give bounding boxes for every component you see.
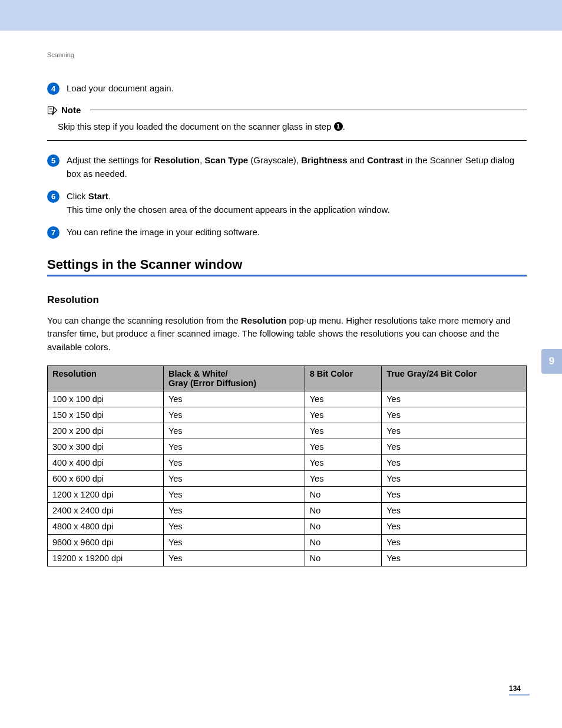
table-cell: Yes	[163, 487, 305, 503]
step-text: Load your document again.	[67, 82, 527, 95]
top-bar	[0, 0, 562, 31]
table-row: 300 x 300 dpiYesYesYes	[48, 439, 527, 455]
table-row: 1200 x 1200 dpiYesNoYes	[48, 487, 527, 503]
table-row: 200 x 200 dpiYesYesYes	[48, 423, 527, 439]
table-header-cell: Black & White/Gray (Error Diffusion)	[163, 366, 305, 391]
table-cell: 300 x 300 dpi	[48, 439, 164, 455]
table-cell: Yes	[163, 423, 305, 439]
note-body: Skip this step if you loaded the documen…	[47, 116, 527, 141]
step-6: 6 Click Start.This time only the chosen …	[47, 190, 527, 216]
table-cell: Yes	[163, 535, 305, 551]
table-cell: No	[305, 535, 381, 551]
table-cell: Yes	[382, 471, 527, 487]
table-cell: 4800 x 4800 dpi	[48, 519, 164, 535]
table-header-cell: Resolution	[48, 366, 164, 391]
table-cell: 19200 x 19200 dpi	[48, 551, 164, 566]
table-header-cell: True Gray/24 Bit Color	[382, 366, 527, 391]
table-row: 100 x 100 dpiYesYesYes	[48, 391, 527, 407]
resolution-table: ResolutionBlack & White/Gray (Error Diff…	[47, 365, 527, 566]
breadcrumb: Scanning	[47, 51, 527, 58]
step-number-badge: 6	[47, 190, 59, 203]
table-row: 19200 x 19200 dpiYesNoYes	[48, 551, 527, 566]
pencil-note-icon	[47, 105, 58, 116]
table-cell: 1200 x 1200 dpi	[48, 487, 164, 503]
table-row: 600 x 600 dpiYesYesYes	[48, 471, 527, 487]
table-cell: Yes	[163, 551, 305, 566]
table-cell: Yes	[163, 503, 305, 519]
table-cell: Yes	[163, 519, 305, 535]
step-4: 4 Load your document again.	[47, 82, 527, 95]
table-cell: 9600 x 9600 dpi	[48, 535, 164, 551]
table-cell: 2400 x 2400 dpi	[48, 503, 164, 519]
table-row: 9600 x 9600 dpiYesNoYes	[48, 535, 527, 551]
table-cell: 200 x 200 dpi	[48, 423, 164, 439]
table-cell: Yes	[305, 423, 381, 439]
table-cell: Yes	[382, 423, 527, 439]
chapter-tab: 9	[541, 349, 562, 374]
table-cell: Yes	[305, 471, 381, 487]
step-5: 5 Adjust the settings for Resolution, Sc…	[47, 154, 527, 180]
note-box: Note Skip this step if you loaded the do…	[47, 105, 527, 141]
table-cell: Yes	[305, 407, 381, 423]
table-cell: No	[305, 487, 381, 503]
table-cell: 150 x 150 dpi	[48, 407, 164, 423]
table-row: 2400 x 2400 dpiYesNoYes	[48, 503, 527, 519]
table-cell: Yes	[163, 471, 305, 487]
table-cell: No	[305, 503, 381, 519]
table-cell: Yes	[305, 439, 381, 455]
step-text: You can refine the image in your editing…	[67, 226, 527, 239]
table-cell: Yes	[382, 551, 527, 566]
content-area: Scanning 4 Load your document again. Not…	[0, 31, 562, 566]
table-row: 400 x 400 dpiYesYesYes	[48, 455, 527, 471]
step-text: Click Start.This time only the chosen ar…	[67, 190, 527, 216]
table-cell: Yes	[305, 391, 381, 407]
step-number-badge: 7	[47, 226, 59, 239]
table-cell: Yes	[163, 391, 305, 407]
step-reference-badge: 1	[334, 122, 343, 131]
table-cell: Yes	[382, 439, 527, 455]
table-cell: Yes	[382, 407, 527, 423]
page-number: 134	[509, 684, 530, 696]
step-number-badge: 5	[47, 154, 59, 167]
note-body-suffix: .	[343, 121, 345, 131]
table-row: 150 x 150 dpiYesYesYes	[48, 407, 527, 423]
table-cell: Yes	[382, 391, 527, 407]
table-cell: Yes	[382, 487, 527, 503]
step-7: 7 You can refine the image in your editi…	[47, 226, 527, 239]
table-header-cell: 8 Bit Color	[305, 366, 381, 391]
sub-heading: Resolution	[47, 294, 527, 306]
table-body: 100 x 100 dpiYesYesYes150 x 150 dpiYesYe…	[48, 391, 527, 566]
table-cell: Yes	[305, 455, 381, 471]
table-cell: Yes	[382, 535, 527, 551]
page-number-underline	[509, 694, 530, 696]
table-cell: No	[305, 519, 381, 535]
table-header-row: ResolutionBlack & White/Gray (Error Diff…	[48, 366, 527, 391]
page-number-text: 134	[509, 684, 521, 693]
note-header: Note	[47, 105, 527, 116]
table-cell: 600 x 600 dpi	[48, 471, 164, 487]
note-label: Note	[61, 105, 81, 115]
table-cell: 400 x 400 dpi	[48, 455, 164, 471]
table-cell: Yes	[382, 519, 527, 535]
table-cell: Yes	[163, 407, 305, 423]
table-cell: Yes	[163, 455, 305, 471]
step-number-badge: 4	[47, 83, 59, 95]
step-text: Adjust the settings for Resolution, Scan…	[67, 154, 527, 180]
table-cell: Yes	[382, 503, 527, 519]
table-cell: Yes	[163, 439, 305, 455]
section-underline	[47, 275, 527, 276]
table-cell: Yes	[382, 455, 527, 471]
page: Scanning 4 Load your document again. Not…	[0, 0, 562, 728]
table-row: 4800 x 4800 dpiYesNoYes	[48, 519, 527, 535]
section-title: Settings in the Scanner window	[47, 257, 527, 272]
note-body-text: Skip this step if you loaded the documen…	[58, 121, 334, 131]
table-cell: No	[305, 551, 381, 566]
table-cell: 100 x 100 dpi	[48, 391, 164, 407]
resolution-paragraph: You can change the scanning resolution f…	[47, 314, 527, 354]
